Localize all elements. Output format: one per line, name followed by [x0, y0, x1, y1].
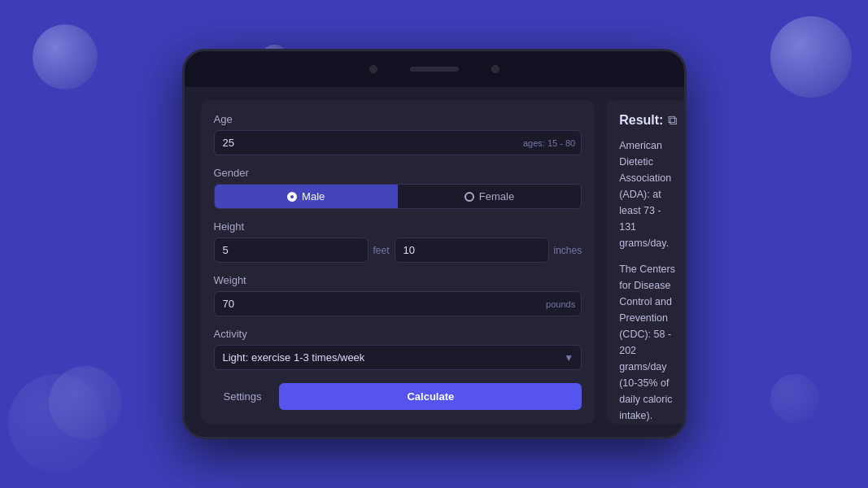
- gender-male-label: Male: [302, 190, 325, 203]
- feet-unit-label: feet: [373, 245, 390, 256]
- female-radio-dot: [465, 192, 474, 202]
- background-bubble-5: [8, 374, 106, 472]
- buttons-row: Settings Calculate: [214, 383, 582, 410]
- background-bubble-3: [770, 16, 852, 98]
- weight-field-group: Weight pounds: [214, 274, 582, 316]
- result-line-2: The Centers for Disease Control and Prev…: [619, 261, 677, 424]
- calculate-button[interactable]: Calculate: [279, 383, 582, 410]
- gender-radio-group: Male Female: [214, 184, 582, 209]
- tablet-top-bar: [185, 51, 684, 87]
- weight-input[interactable]: [214, 291, 582, 316]
- gender-female-label: Female: [479, 190, 514, 203]
- result-line-1: American Dietetic Association (ADA): at …: [619, 137, 677, 251]
- male-radio-dot: [287, 192, 297, 202]
- inches-unit-label: inches: [554, 245, 582, 256]
- tablet-speaker: [410, 67, 459, 72]
- form-panel: Age ages: 15 - 80 Gender Male Female: [201, 100, 595, 424]
- weight-input-wrapper: pounds: [214, 291, 582, 316]
- age-input-wrapper: ages: 15 - 80: [214, 130, 582, 155]
- activity-select-wrapper: Sedentary: little or no exercise Light: …: [214, 345, 582, 370]
- gender-label: Gender: [214, 167, 582, 179]
- result-body: American Dietetic Association (ADA): at …: [619, 137, 677, 437]
- settings-button[interactable]: Settings: [214, 384, 272, 409]
- height-feet-input[interactable]: [214, 237, 369, 263]
- result-panel: Result: ⧉ American Dietetic Association …: [606, 100, 683, 424]
- activity-field-group: Activity Sedentary: little or no exercis…: [214, 328, 582, 370]
- height-field-group: Height feet inches: [214, 220, 582, 263]
- gender-female-option[interactable]: Female: [398, 185, 581, 208]
- weight-label: Weight: [214, 274, 582, 286]
- height-inches-input[interactable]: [395, 237, 549, 263]
- height-label: Height: [214, 220, 582, 233]
- age-input[interactable]: [214, 130, 582, 155]
- result-title: Result:: [619, 113, 663, 128]
- background-bubble-1: [33, 24, 98, 89]
- age-label: Age: [214, 113, 582, 125]
- activity-label: Activity: [214, 328, 582, 340]
- copy-icon[interactable]: ⧉: [668, 113, 677, 128]
- result-header: Result: ⧉: [619, 113, 677, 128]
- app-content: Age ages: 15 - 80 Gender Male Female: [185, 87, 684, 437]
- activity-select[interactable]: Sedentary: little or no exercise Light: …: [214, 345, 582, 370]
- background-bubble-6: [770, 374, 819, 423]
- gender-male-option[interactable]: Male: [215, 185, 398, 208]
- tablet-device: Age ages: 15 - 80 Gender Male Female: [182, 49, 687, 439]
- front-camera: [369, 65, 377, 73]
- result-line-3: World Health Organization safe lower lim…: [619, 434, 677, 437]
- height-row: feet inches: [214, 237, 582, 263]
- gender-field-group: Gender Male Female: [214, 167, 582, 209]
- age-field-group: Age ages: 15 - 80: [214, 113, 582, 155]
- background-bubble-4: [49, 366, 122, 439]
- front-sensor: [491, 65, 499, 73]
